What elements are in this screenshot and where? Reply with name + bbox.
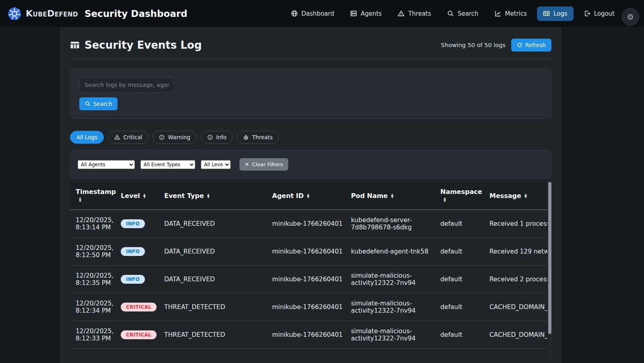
agent-select[interactable]: All Agents [78, 160, 135, 169]
cell-agent-id: minikube-1766260401 [269, 210, 348, 238]
logs-table-container: Timestamp▲▼ Level▲▼ Event Type▲▼ Agent I… [70, 182, 551, 359]
info-circle-icon [207, 134, 213, 140]
page-title: Security Events Log [70, 39, 202, 51]
metrics-icon [495, 10, 502, 17]
bug-icon [243, 134, 249, 140]
pill-threats[interactable]: Threats [237, 131, 279, 144]
cell-agent-id: minikube-1766260401 [269, 321, 348, 349]
cell-namespace: default [437, 293, 486, 321]
column-header-pod-name[interactable]: Pod Name▲▼ [348, 182, 437, 210]
brand-name: KubeDefend [26, 8, 78, 19]
column-header-agent-id[interactable]: Agent ID▲▼ [269, 182, 348, 210]
search-button[interactable]: Search [79, 97, 118, 110]
brand[interactable]: KubeDefend [7, 6, 78, 21]
level-badge: CRITICAL [121, 330, 157, 339]
nav-item-logs[interactable]: Logs [537, 6, 574, 21]
navbar: KubeDefend Security Dashboard Dashboard … [0, 0, 644, 27]
clear-filters-button[interactable]: ✕ Clear Filters [239, 158, 288, 171]
cell-namespace: default [437, 321, 486, 349]
sort-icon: ▲▼ [207, 194, 210, 199]
level-badge: INFO [121, 275, 145, 284]
cell-message: CACHED_DOMAIN_THR [486, 293, 547, 321]
cell-namespace: default [437, 238, 486, 266]
warning-triangle-icon [114, 134, 120, 140]
settings-gear-button[interactable]: ⚙ [621, 8, 639, 26]
cell-event-type: THREAT_DETECTED [161, 293, 269, 321]
sort-icon: ▲▼ [444, 197, 446, 202]
log-filter-pills: All Logs Critical Warning [70, 131, 551, 144]
table-row: 12/20/2025, 8:12:33 PM CRITICAL THREAT_D… [70, 321, 547, 349]
cell-pod-name: kubedefend-server-7d8b798678-s6dkg [348, 210, 437, 238]
logs-table: Timestamp▲▼ Level▲▼ Event Type▲▼ Agent I… [70, 182, 547, 349]
close-x-icon: ✕ [245, 161, 249, 167]
cell-pod-name: simulate-malicious-activity12322-7nv94 [348, 321, 437, 349]
nav-item-search[interactable]: Search [441, 6, 485, 21]
cell-timestamp: 12/20/2025, 8:12:50 PM [70, 238, 118, 266]
cell-agent-id: minikube-1766260401 [269, 266, 348, 293]
column-header-event-type[interactable]: Event Type▲▼ [161, 182, 269, 210]
search-panel: Search [70, 69, 551, 119]
cell-level: CRITICAL [118, 321, 161, 349]
pill-info[interactable]: Info [201, 131, 233, 144]
level-badge: CRITICAL [121, 303, 157, 311]
level-badge: INFO [121, 247, 145, 256]
nav-item-threats[interactable]: Threats [392, 6, 437, 21]
dashboard-icon [291, 10, 298, 17]
cell-timestamp: 12/20/2025, 8:12:35 PM [70, 266, 118, 293]
logs-icon [543, 10, 550, 17]
pill-all-logs[interactable]: All Logs [70, 131, 104, 144]
nav-item-agents[interactable]: Agents [344, 6, 388, 21]
page-header: Security Events Log Showing 50 of 50 log… [70, 27, 551, 52]
cell-timestamp: 12/20/2025, 8:12:33 PM [70, 321, 118, 349]
cell-level: INFO [118, 210, 161, 238]
filters-panel: All Agents All Event Types All Levels ✕ … [70, 150, 551, 179]
sort-icon: ▲▼ [307, 194, 310, 199]
cell-message: CACHED_DOMAIN_THR [486, 321, 547, 349]
column-header-namespace[interactable]: Namespace▲▼ [437, 182, 486, 210]
column-header-level[interactable]: Level▲▼ [118, 182, 161, 210]
cell-event-type: DATA_RECEIVED [161, 266, 269, 293]
table-header-row: Timestamp▲▼ Level▲▼ Event Type▲▼ Agent I… [70, 182, 547, 210]
cell-agent-id: minikube-1766260401 [269, 238, 348, 266]
header-actions: Showing 50 of 50 logs Refresh [441, 39, 551, 52]
main-content: Security Events Log Showing 50 of 50 log… [60, 27, 562, 363]
exclamation-circle-icon [159, 134, 165, 140]
sort-icon: ▲▼ [143, 194, 146, 199]
cell-namespace: default [437, 266, 486, 293]
pill-critical[interactable]: Critical [108, 131, 149, 144]
kubernetes-logo-icon [7, 6, 22, 21]
sort-icon: ▲▼ [391, 194, 393, 199]
table-icon [70, 40, 80, 50]
cell-message: Received 129 network [486, 238, 547, 266]
search-icon [85, 101, 91, 107]
level-select[interactable]: All Levels [201, 160, 231, 169]
showing-count-text: Showing 50 of 50 logs [441, 42, 506, 48]
cell-level: CRITICAL [118, 293, 161, 321]
search-icon [447, 10, 454, 17]
table-row: 12/20/2025, 8:13:14 PM INFO DATA_RECEIVE… [70, 210, 547, 238]
refresh-button[interactable]: Refresh [511, 39, 551, 52]
cell-level: INFO [118, 266, 161, 293]
cell-event-type: DATA_RECEIVED [161, 238, 269, 266]
threat-triangle-icon [398, 10, 405, 17]
nav-item-dashboard[interactable]: Dashboard [285, 6, 340, 21]
search-input[interactable] [79, 77, 174, 93]
cell-message: Received 1 processes [486, 210, 547, 238]
table-scrollbar-thumb[interactable] [548, 182, 551, 334]
agents-icon [350, 10, 357, 17]
column-header-message[interactable]: Message▲▼ [486, 182, 547, 210]
cell-timestamp: 12/20/2025, 8:13:14 PM [70, 210, 118, 238]
table-row: 12/20/2025, 8:12:35 PM INFO DATA_RECEIVE… [70, 266, 547, 293]
event-type-select[interactable]: All Event Types [140, 160, 195, 169]
divider [70, 59, 551, 59]
sort-icon: ▲▼ [524, 194, 527, 199]
pill-warning[interactable]: Warning [153, 131, 197, 144]
cell-pod-name: kubedefend-agent-tnk58 [348, 238, 437, 266]
nav-item-logout[interactable]: Logout [578, 6, 621, 21]
cell-namespace: default [437, 210, 486, 238]
level-badge: INFO [121, 219, 145, 228]
logout-icon [584, 10, 590, 17]
cell-event-type: DATA_RECEIVED [161, 210, 269, 238]
nav-item-metrics[interactable]: Metrics [489, 6, 533, 21]
column-header-timestamp[interactable]: Timestamp▲▼ [70, 182, 118, 210]
